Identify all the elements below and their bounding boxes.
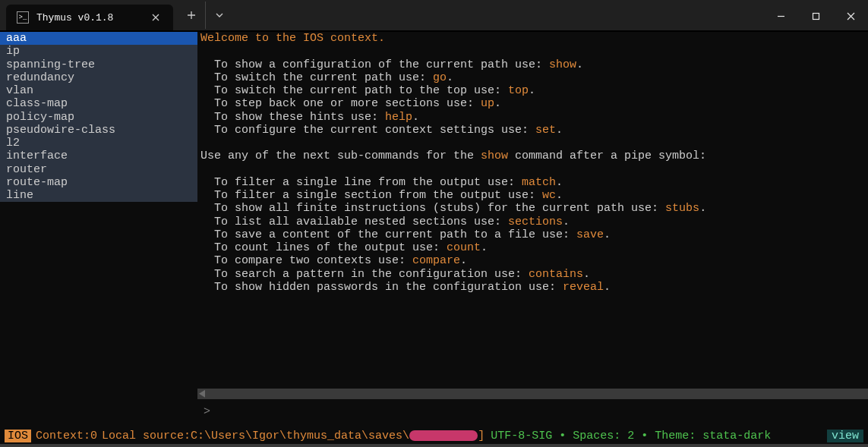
tab-controls <box>178 0 232 30</box>
tab-title: Thymus v0.1.8 <box>36 12 141 24</box>
sidebar-item[interactable]: redundancy <box>0 71 197 84</box>
sidebar-item[interactable]: aaa <box>0 32 197 45</box>
new-tab-button[interactable] <box>178 2 205 29</box>
terminal-icon: >_ <box>17 11 29 24</box>
redacted-path-segment <box>409 430 478 441</box>
horizontal-scrollbar[interactable] <box>197 389 868 399</box>
source-path-end: ] <box>478 430 485 442</box>
titlebar-drag-region[interactable] <box>232 0 763 30</box>
sidebar-item[interactable]: l2 <box>0 137 197 150</box>
statusbar: IOS Context: 0 Local source: C:\Users\Ig… <box>0 427 868 444</box>
sidebar-item[interactable]: router <box>0 163 197 176</box>
sidebar-item[interactable]: vlan <box>0 84 197 97</box>
terminal-area: aaaipspanning-treeredundancyvlanclass-ma… <box>0 32 868 427</box>
window-close-button[interactable] <box>833 0 868 32</box>
encoding-info: UTF-8-SIG • Spaces: 2 • Theme: stata-dar… <box>485 430 771 442</box>
sidebar-item[interactable]: policy-map <box>0 111 197 124</box>
sidebar-item[interactable]: interface <box>0 150 197 162</box>
sidebar-item[interactable]: line <box>0 189 197 202</box>
source-label: Local source: <box>97 430 191 442</box>
titlebar: >_ Thymus v0.1.8 <box>0 0 868 32</box>
sidebar-item[interactable]: pseudowire-class <box>0 124 197 137</box>
sidebar-item[interactable]: route-map <box>0 176 197 189</box>
tab-dropdown-button[interactable] <box>205 2 232 29</box>
tabstrip: >_ Thymus v0.1.8 <box>0 0 173 30</box>
sidebar-item[interactable]: class-map <box>0 97 197 110</box>
close-tab-button[interactable] <box>149 11 163 24</box>
prompt-caret: > <box>204 405 210 418</box>
maximize-button[interactable] <box>798 0 833 32</box>
source-path: C:\Users\Igor\thymus_data\saves\ <box>191 430 409 442</box>
window-border-bottom <box>0 444 868 447</box>
minimize-button[interactable] <box>763 0 798 32</box>
svg-rect-0 <box>813 13 819 19</box>
context-badge: IOS <box>5 430 31 442</box>
sidebar-item[interactable]: ip <box>0 45 197 58</box>
section-sidebar: aaaipspanning-treeredundancyvlanclass-ma… <box>0 32 197 427</box>
main-pane: Welcome to the IOS context. To show a co… <box>197 32 868 427</box>
window-controls <box>763 0 868 30</box>
context-label: Context: <box>31 430 90 442</box>
sidebar-item[interactable]: spanning-tree <box>0 58 197 71</box>
prompt-row[interactable]: > <box>197 399 868 427</box>
context-value: 0 <box>90 430 97 442</box>
terminal-tab[interactable]: >_ Thymus v0.1.8 <box>6 5 173 30</box>
help-text: Welcome to the IOS context. To show a co… <box>197 32 868 389</box>
view-mode-badge: view <box>827 430 863 442</box>
